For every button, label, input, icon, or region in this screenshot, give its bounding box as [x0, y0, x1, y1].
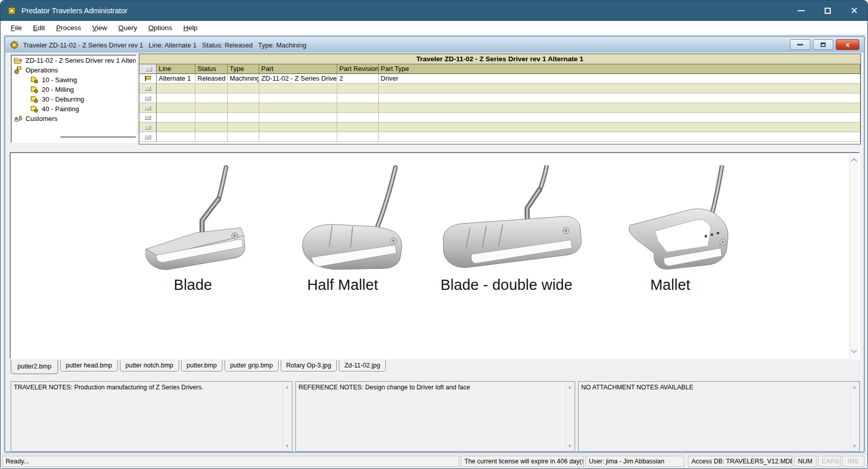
- scroll-down-icon[interactable]: ▼: [285, 443, 289, 449]
- column-header-type[interactable]: Type: [228, 64, 259, 74]
- tab-putter2-bmp[interactable]: putter2.bmp: [11, 360, 58, 374]
- half-mallet-putter-image: [279, 165, 407, 273]
- cell-part-revision[interactable]: 2: [337, 74, 379, 84]
- status-license: The current license will expire in 406 d…: [461, 456, 584, 467]
- scroll-up-icon[interactable]: ▲: [567, 384, 572, 389]
- scroll-down-icon[interactable]: ▼: [567, 443, 572, 449]
- menu-process[interactable]: Process: [51, 22, 87, 34]
- traveler-notes-panel[interactable]: TRAVELER NOTES: Production manufacturing…: [11, 381, 292, 452]
- menu-help[interactable]: Help: [178, 22, 203, 34]
- tab-putter-grip-bmp[interactable]: putter grip.bmp: [225, 360, 279, 372]
- reference-notes-scrollbar[interactable]: ▲ ▼: [565, 382, 575, 451]
- traveler-folder-icon: [14, 57, 22, 65]
- tree-item-label: 30 - Deburring: [42, 95, 84, 103]
- row-selector-cell[interactable]: [139, 113, 157, 122]
- menu-query[interactable]: Query: [113, 22, 143, 34]
- traveler-minimize-icon: [797, 44, 803, 45]
- cell-type[interactable]: Machining: [228, 74, 259, 84]
- figure-half-mallet: Half Mallet: [279, 165, 407, 293]
- attachment-notes-scrollbar[interactable]: ▲ ▼: [850, 382, 859, 451]
- cell-part[interactable]: ZD-11-02 - Z Series Driver: [259, 74, 337, 84]
- row-selector-cell[interactable]: [139, 132, 157, 142]
- grid-empty-row[interactable]: [139, 122, 860, 132]
- tree-horizontal-scrollbar[interactable]: [60, 136, 137, 138]
- attachment-notes-panel[interactable]: NO ATTACHMENT NOTES AVAILABLE ▲ ▼: [578, 381, 860, 452]
- traveler-close-button[interactable]: x: [836, 39, 859, 50]
- row-selector-button: [144, 135, 151, 139]
- tab-rotary-op-3-jpg[interactable]: Rotary Op-3.jpg: [281, 360, 337, 372]
- reference-notes-panel[interactable]: REFERENCE NOTES: Design change to Driver…: [295, 381, 575, 452]
- figure-blade-double-wide: Blade - double wide: [425, 165, 588, 293]
- menu-view[interactable]: View: [87, 22, 113, 34]
- tree-item-operations[interactable]: Operations: [12, 65, 136, 75]
- customers-icon: [14, 115, 22, 123]
- operation-icon: [30, 105, 39, 113]
- main-titlebar: Predator Travelers Administrator ✕: [1, 1, 867, 21]
- column-header-part[interactable]: Part: [259, 64, 337, 74]
- scroll-down-icon[interactable]: ▼: [852, 443, 857, 449]
- status-database: Access DB: TRAVELERS_V12.MDB: [688, 456, 792, 467]
- traveler-minimize-button[interactable]: [790, 39, 810, 50]
- tree-item-label: Customers: [26, 115, 58, 122]
- menu-options[interactable]: Options: [143, 22, 178, 34]
- column-header-line[interactable]: Line: [157, 64, 195, 74]
- close-button[interactable]: ✕: [841, 1, 867, 21]
- grid-empty-row[interactable]: [139, 113, 860, 122]
- predator-gear-icon: [7, 6, 17, 16]
- scroll-down-icon[interactable]: [851, 349, 857, 354]
- tab-putter-head-bmp[interactable]: putter head.bmp: [60, 360, 118, 372]
- row-selector-cell[interactable]: [139, 84, 157, 93]
- viewer-vertical-scrollbar[interactable]: [849, 154, 858, 358]
- traveler-restore-button[interactable]: [813, 39, 833, 50]
- row-selector-cell[interactable]: [139, 103, 157, 113]
- scroll-up-icon[interactable]: ▲: [852, 384, 857, 389]
- tree-item-label: 10 - Sawing: [42, 76, 77, 84]
- tree-item-op-30-deburring[interactable]: 30 - Deburring: [12, 94, 136, 104]
- menu-edit[interactable]: Edit: [28, 22, 51, 34]
- scroll-up-icon[interactable]: ▲: [285, 384, 289, 389]
- grid-empty-row[interactable]: [139, 132, 860, 142]
- maximize-button[interactable]: [814, 1, 841, 21]
- traveler-notes-scrollbar[interactable]: ▲ ▼: [283, 382, 292, 451]
- traveler-tree-panel: ZD-11-02 - Z Series Driver rev 1 Altern …: [11, 55, 137, 143]
- grid-data-row[interactable]: Alternate 1 Released Machining ZD-11-02 …: [139, 74, 860, 84]
- column-header-part-revision[interactable]: Part Revision: [337, 64, 379, 74]
- row-selector-cell[interactable]: [139, 74, 157, 84]
- grid-header-row: Line Status Type Part Part Revision Part…: [139, 64, 860, 74]
- tab-putter-bmp[interactable]: putter.bmp: [181, 360, 222, 372]
- tree-item-label: ZD-11-02 - Z Series Driver rev 1 Altern: [26, 57, 137, 64]
- tree-item-customers[interactable]: Customers: [12, 114, 136, 124]
- tree-item-traveler-root[interactable]: ZD-11-02 - Z Series Driver rev 1 Altern: [12, 56, 136, 65]
- mallet-putter-image: [607, 165, 734, 273]
- putter-figures: Blade: [11, 153, 859, 293]
- row-selector-button: [144, 106, 151, 110]
- scroll-up-icon[interactable]: [851, 158, 857, 162]
- tab-zd-11-02-jpg[interactable]: Zd-11-02.jpg: [339, 360, 386, 372]
- minimize-icon: [798, 10, 805, 11]
- traveler-grid: Traveler ZD-11-02 - Z Series Driver rev …: [139, 54, 861, 144]
- close-icon: ✕: [850, 6, 858, 15]
- row-selector-cell[interactable]: [139, 93, 157, 103]
- menu-file[interactable]: File: [5, 22, 28, 34]
- reference-notes-text: REFERENCE NOTES: Design change to Driver…: [296, 382, 575, 391]
- app-title: Predator Travelers Administrator: [21, 7, 128, 15]
- grid-corner-cell[interactable]: [139, 64, 157, 74]
- tree-item-op-20-milling[interactable]: 20 - Milling: [12, 85, 136, 94]
- row-selector-cell[interactable]: [139, 122, 157, 132]
- grid-empty-row[interactable]: [139, 93, 860, 103]
- tree-item-op-10-sawing[interactable]: 10 - Sawing: [12, 75, 136, 85]
- cell-part-type[interactable]: Driver: [379, 74, 860, 84]
- status-num-lock: NUM: [794, 456, 816, 467]
- status-caps-lock: CAPS: [818, 456, 840, 467]
- cell-line[interactable]: Alternate 1: [157, 74, 195, 84]
- grid-empty-row[interactable]: [139, 84, 860, 93]
- tab-putter-notch-bmp[interactable]: putter notch.bmp: [120, 360, 179, 372]
- column-header-part-type[interactable]: Part Type: [379, 64, 860, 74]
- grid-empty-row[interactable]: [139, 103, 860, 113]
- row-selector-button: [145, 67, 152, 71]
- cell-status[interactable]: Released: [195, 74, 228, 84]
- column-header-status[interactable]: Status: [195, 64, 228, 74]
- status-user: User: jima - Jim Abbassian: [585, 456, 684, 467]
- minimize-button[interactable]: [788, 1, 814, 21]
- tree-item-op-40-painting[interactable]: 40 - Painting: [12, 104, 136, 114]
